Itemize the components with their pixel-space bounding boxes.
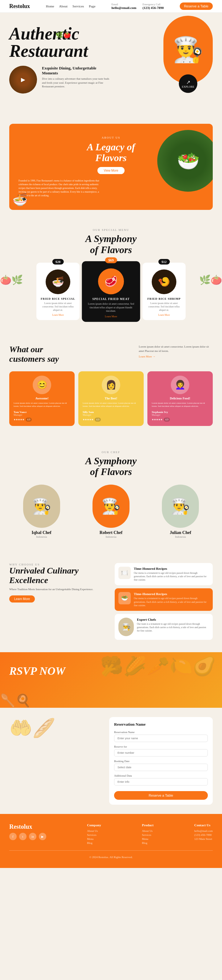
chef-name-0: Iqbal Chef — [9, 530, 74, 535]
nav-contact: Email hello@email.com Emergency Call (12… — [111, 3, 164, 10]
testimonial-avatar-0: 😊 — [33, 375, 51, 394]
hero-chef-image: 👨‍🍳 — [163, 16, 213, 84]
footer-company-link-1[interactable]: Services — [87, 834, 101, 837]
why-card-content-2: Expert Chefs Our team is a testament to … — [137, 617, 209, 633]
youtube-icon[interactable]: ▶ — [39, 833, 46, 840]
footer-product-link-1[interactable]: Services — [142, 834, 154, 837]
instagram-icon[interactable]: in — [29, 833, 36, 840]
dish-icon-2: 🍤 — [158, 276, 170, 288]
navbar: Restolux Home About Services Page Email … — [0, 0, 222, 13]
reserve-submit-button[interactable]: Reserve a Table — [114, 791, 208, 800]
nav-about[interactable]: About — [59, 4, 68, 8]
testimonial-label-0: Awesome! — [14, 397, 70, 400]
footer-company-link-2[interactable]: Menu — [87, 837, 101, 840]
chef-card-0: 👨‍🍳 Iqbal Chef Indonesia — [9, 485, 74, 538]
testimonial-role-1: Manager — [82, 414, 140, 416]
form-group-2: Booking Date — [114, 760, 208, 771]
menu-learn-more-1[interactable]: Learn More — [86, 315, 136, 318]
menu-learn-more-2[interactable]: Learn More — [146, 313, 182, 317]
legacy-view-more-button[interactable]: View More — [97, 167, 124, 174]
why-learn-more-button[interactable]: Learn More — [9, 595, 35, 603]
chef-name-2: Julian Chef — [148, 530, 213, 535]
testimonial-avatar-1: 👩 — [102, 375, 120, 394]
menu-name-0: FRIED RICE SPECIAL — [40, 297, 76, 300]
footer-product-link-2[interactable]: Menu — [142, 837, 154, 840]
menu-price-2: $12 — [159, 259, 170, 264]
menu-card-2: $12 🍤 FRIED RICE SHRIMP Lorem ipsum dolo… — [143, 262, 186, 320]
why-right-panel: 🍽️ Time-Honored Recipes Our menu is a te… — [115, 563, 213, 640]
footer-product-col: Product About Us Services Menu Blog — [142, 823, 154, 845]
menu-title: A Symphony of Flavors — [9, 233, 213, 255]
testimonial-rating-1: ★★★★★ 4.9 — [82, 418, 140, 422]
chef-card-1: 👨‍🍳 Robert Chef Indonesia — [79, 485, 143, 538]
footer-logo: Restolux — [9, 823, 46, 830]
facebook-icon[interactable]: f — [9, 833, 17, 840]
testimonial-card-0: 😊 Awesome! Lorem ipsum dolor sit amet co… — [9, 371, 75, 426]
footer-social-links: f t in ▶ — [9, 833, 46, 840]
nav-services[interactable]: Services — [73, 4, 84, 8]
hero-dish-image[interactable] — [9, 66, 37, 94]
testimonials-right: Lorem ipsum dolor sit amet consectetur. … — [139, 345, 213, 358]
hero-subtitle: Exquisite Dining, Unforgettable Moments — [42, 66, 110, 76]
hero-section: Authentic Restaurant Exquisite Dining, U… — [0, 13, 222, 118]
nav-home[interactable]: Home — [46, 4, 54, 8]
why-card-text-2: Our team is a testament to age-old recip… — [137, 622, 209, 633]
footer-product-link-0[interactable]: About Us — [142, 829, 154, 832]
chef-avatar-0: 👨‍🍳 — [23, 485, 60, 528]
testimonial-name-2: Stephanie Ivy — [152, 410, 208, 414]
rsvp-form-card: Reservation Name Reservation Name Reserv… — [109, 717, 213, 805]
footer-company-link-0[interactable]: About Us — [87, 829, 101, 832]
footer-contact-col: Contact Us hello@mail.com (123) 456-7890… — [194, 823, 213, 842]
testimonial-rating-0: ★★★★★ 4.9 — [14, 418, 70, 422]
testimonial-label-2: Delicious Food! — [152, 397, 208, 400]
twitter-icon[interactable]: t — [19, 833, 27, 840]
footer-contact-link-0[interactable]: hello@mail.com — [194, 829, 213, 832]
testimonial-rating-2: ★★★★★ 4.9 — [152, 418, 208, 422]
form-label-1: Reserve for — [114, 745, 208, 748]
footer-copyright: © 2024 Restolux. All Rights Reserved. — [9, 856, 213, 859]
why-card-text-1: Our menu is a testament to age-old recip… — [134, 597, 209, 607]
testimonials-learn-more[interactable]: Learn More → — [139, 355, 213, 358]
menu-card-1: $69 🥩 SPECIAL FRIED MEAT Lorem ipsum dol… — [82, 261, 140, 321]
testimonials-section: What our customers say Lorem ipsum dolor… — [0, 332, 222, 438]
footer-contact-link-1[interactable]: (123) 456-7890 — [194, 834, 213, 837]
form-group-1: Reserve for — [114, 745, 208, 757]
salad-icon: 🥗 — [121, 595, 128, 601]
form-group-0: Reservation Name — [114, 730, 208, 742]
footer-divider — [9, 850, 213, 851]
chef-figure-icon: 👨‍🍳 — [173, 37, 203, 62]
why-card-content-0: Time-Honored Recipes Our menu is a testa… — [134, 567, 209, 582]
testimonial-card-1: 👩 The Best! Lorem ipsum dolor sit amet c… — [78, 371, 144, 426]
salad-icon: 🥗 — [177, 150, 200, 172]
testimonial-text-0: Lorem ipsum dolor sit amet consectetur. … — [14, 402, 70, 408]
chef-avatar-1: 👨‍🍳 — [92, 485, 130, 528]
testimonial-avatar-2: 👩‍🦱 — [171, 375, 189, 394]
testimonial-text-2: Lorem ipsum dolor sit amet consectetur. … — [152, 402, 208, 408]
stars-icon-1: ★★★★★ — [82, 418, 94, 421]
menu-cards-container: $28 🍜 FRIED RICE SPECIAL Lorem ipsum dol… — [9, 262, 213, 320]
nav-page[interactable]: Page — [89, 4, 95, 8]
chef-icon-0: 👨‍🍳 — [32, 497, 51, 515]
footer-company-link-3[interactable]: Blog — [87, 842, 101, 845]
hero-text-block: Exquisite Dining, Unforgettable Moments … — [42, 66, 110, 89]
why-card-content-1: Time-Honored Recipes Our menu is a testa… — [134, 592, 209, 607]
footer-product-link-3[interactable]: Blog — [142, 842, 154, 845]
footer-contact-link-2[interactable]: 123 Main Street — [194, 837, 213, 840]
dish-icon-1: 🥩 — [105, 275, 117, 287]
reservation-name-input[interactable] — [114, 735, 208, 742]
why-card-icon-0: 🍽️ — [118, 567, 131, 579]
testimonials-desc: Lorem ipsum dolor sit amet consectetur. … — [139, 345, 213, 353]
menu-learn-more-0[interactable]: Learn More — [40, 313, 76, 317]
arrow-icon: ↗ — [186, 80, 190, 85]
reserve-for-input[interactable] — [114, 749, 208, 757]
footer-brand: Restolux f t in ▶ — [9, 823, 46, 840]
score-1: 4.9 — [95, 418, 101, 422]
additional-data-input[interactable] — [114, 778, 208, 786]
menu-deco-right: 🌿🍅 — [199, 274, 222, 285]
legacy-section: ABOUT US A Legacy of Flavors View More F… — [9, 124, 213, 210]
nav-reserve-button[interactable]: Reserve a Table — [180, 2, 213, 10]
chef-role-1: Indonesia — [79, 535, 143, 538]
explore-button[interactable]: ↗ EXPLORE — [179, 75, 197, 93]
booking-date-input[interactable] — [114, 764, 208, 771]
testimonial-role-2: Manager — [152, 414, 208, 416]
